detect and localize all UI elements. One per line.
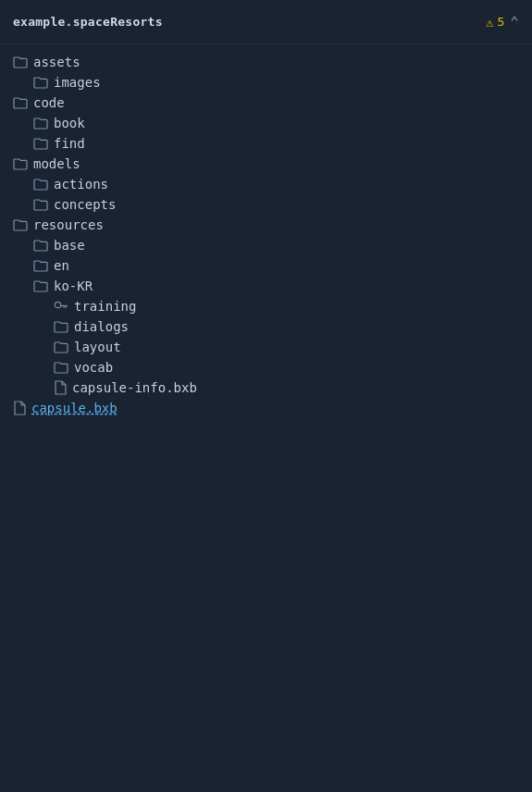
tree-item-capsule-bxb[interactable]: capsule.bxb [0,398,532,418]
folder-icon [33,238,48,253]
folder-icon [54,319,68,334]
folder-icon [33,75,48,90]
item-label-models: models [33,156,80,171]
file-icon [13,401,26,415]
folder-icon [33,136,48,151]
folder-icon [13,95,28,110]
tree-item-models[interactable]: models [0,154,532,174]
tree-item-en[interactable]: en [0,255,532,276]
folder-icon [54,340,68,354]
tree-item-vocab[interactable]: vocab [0,357,532,377]
folder-icon [54,360,68,375]
warning-count: 5 [498,15,505,29]
folder-icon [33,177,48,192]
item-label-capsule-info: capsule-info.bxb [72,380,197,395]
tree-item-assets[interactable]: assets [0,52,532,72]
tree-item-book[interactable]: book [0,113,532,133]
item-label-training: training [74,299,136,314]
warning-icon: ⚠ [486,15,493,30]
tree-item-actions[interactable]: actions [0,174,532,194]
item-label-en: en [54,258,69,273]
item-label-find: find [54,136,85,151]
tree-item-training[interactable]: training [0,296,532,316]
folder-icon [13,217,28,232]
folder-icon [33,197,48,212]
svg-point-0 [55,302,60,307]
tree-item-resources[interactable]: resources [0,215,532,235]
folder-icon [33,116,48,130]
item-label-concepts: concepts [54,197,116,212]
header-title: example.spaceResorts [13,15,163,29]
item-label-images: images [54,75,101,90]
tree-item-capsule-info[interactable]: capsule-info.bxb [0,377,532,398]
folder-icon [13,55,28,69]
item-label-actions: actions [54,177,108,192]
item-label-resources: resources [33,217,104,232]
header-right: ⚠ 5 ⌃ [486,13,519,31]
tree-item-find[interactable]: find [0,133,532,154]
item-label-dialogs: dialogs [74,319,129,334]
folder-icon [13,156,28,171]
header: example.spaceResorts ⚠ 5 ⌃ [0,0,532,44]
item-label-book: book [54,116,85,130]
folder-icon [33,278,48,293]
item-label-capsule-bxb: capsule.bxb [31,401,118,415]
item-label-vocab: vocab [74,360,113,375]
item-label-ko-kr: ko-KR [54,278,93,293]
tree-item-concepts[interactable]: concepts [0,194,532,215]
item-label-code: code [33,95,65,110]
item-label-layout: layout [74,340,121,354]
file-icon [54,380,67,395]
tree-item-base[interactable]: base [0,235,532,255]
key-icon [54,300,68,313]
warning-badge[interactable]: ⚠ 5 [486,15,504,30]
collapse-button[interactable]: ⌃ [510,13,519,31]
tree-item-ko-kr[interactable]: ko-KR [0,276,532,296]
tree-item-images[interactable]: images [0,72,532,93]
tree-item-layout[interactable]: layout [0,337,532,357]
item-label-assets: assets [33,55,80,69]
tree-item-dialogs[interactable]: dialogs [0,316,532,337]
item-label-base: base [54,238,85,253]
folder-icon [33,258,48,273]
app-container: example.spaceResorts ⚠ 5 ⌃ assets [0,0,532,426]
file-tree: assets images code [0,44,532,426]
tree-item-code[interactable]: code [0,93,532,113]
